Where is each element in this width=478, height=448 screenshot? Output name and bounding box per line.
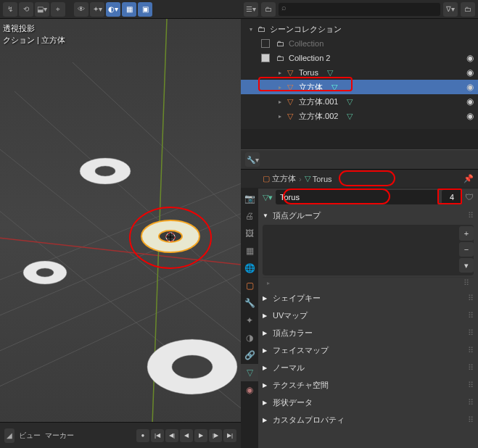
play-rev-icon[interactable]: ◀ xyxy=(180,429,193,442)
play-fwd-icon[interactable]: ▶ xyxy=(194,429,207,442)
tab-physics-icon[interactable]: ◑ xyxy=(241,329,258,347)
meshdata-icon: ▽ xyxy=(324,68,336,78)
fake-user-icon[interactable]: 🛡 xyxy=(465,192,474,202)
mesh-icon: ▽ xyxy=(284,112,296,121)
viewport-header: ↯ ⟲ ⬓▾ ⌖ 👁 ✦▾ ◐▾ ▦ ▣ xyxy=(0,0,241,19)
collection-icon: 🗀 xyxy=(274,39,286,48)
vgroups-list[interactable] xyxy=(263,225,458,275)
collection-icon: 🗀 xyxy=(274,54,286,62)
tree-row-cube001[interactable]: ▸ ▽ 立方体.001 ▽ ◉ xyxy=(241,94,478,109)
meshdata-icon[interactable]: ▽▾ xyxy=(263,193,273,202)
collection-checkbox[interactable] xyxy=(261,39,270,48)
datablock-name-row: ▽▾ 4 🛡 xyxy=(260,188,477,206)
keyframe-next-icon[interactable]: |▶ xyxy=(209,429,222,442)
properties-content: ▽▾ 4 🛡 ▼ 頂点グループ ⠿ xyxy=(258,188,478,448)
tab-output-icon[interactable]: 🖨 xyxy=(241,207,258,225)
tree-row-torus[interactable]: ▸ ▽ Torus ▽ ◉ xyxy=(241,65,478,80)
timeline-corner-icon[interactable]: ◢ xyxy=(4,428,15,443)
panel-shapekeys[interactable]: ▶シェイプキー⠿ xyxy=(263,290,474,306)
keyframe-prev-icon[interactable]: ◀| xyxy=(165,429,178,442)
panel-vcolors[interactable]: ▶頂点カラー⠿ xyxy=(263,325,474,341)
tree-row-collection2[interactable]: 🗀 Collection 2 ◉ xyxy=(241,51,478,65)
view-menu[interactable]: ビュー xyxy=(19,431,41,441)
marker-menu[interactable]: マーカー xyxy=(45,431,74,441)
shading-icon[interactable]: ▣ xyxy=(138,2,152,17)
dropdown-button[interactable]: ▾ xyxy=(459,258,474,273)
panel-menu-icon[interactable]: ⠿ xyxy=(468,211,474,220)
tree-row-scene[interactable]: ▾ 🗀 シーンコレクション xyxy=(241,22,478,36)
panel-uvmaps[interactable]: ▶UVマップ⠿ xyxy=(263,307,474,323)
svg-line-5 xyxy=(15,91,241,338)
mesh-icon: ▽ xyxy=(284,68,296,78)
new-collection-add-icon[interactable]: 🗀 xyxy=(461,2,475,17)
add-button[interactable]: + xyxy=(459,226,474,241)
eye-icon[interactable]: ◉ xyxy=(466,82,474,92)
eye-icon[interactable]: ◉ xyxy=(466,111,474,121)
breadcrumb: ▢ 立方体 › ▽ Torus 📌 xyxy=(241,170,478,188)
mesh-icon: ▽ xyxy=(284,97,296,107)
outliner-search-input[interactable] xyxy=(279,3,440,16)
xray-icon[interactable]: ▦ xyxy=(122,2,136,17)
svg-point-15 xyxy=(172,355,213,378)
tree-row-cube002[interactable]: ▸ ▽ 立方体.002 ▽ ◉ xyxy=(241,109,478,123)
editor-type-icon[interactable]: 🔧▾ xyxy=(245,152,260,167)
users-count[interactable]: 4 xyxy=(442,190,462,204)
filter-icon[interactable]: ∇▾ xyxy=(443,2,458,17)
svg-point-13 xyxy=(36,268,54,277)
panel-geomdata[interactable]: ▶形状データ⠿ xyxy=(263,394,474,410)
meshdata-icon: ▽ xyxy=(344,112,355,121)
breadcrumb-data[interactable]: ▽ Torus xyxy=(305,174,332,183)
tab-scene-icon[interactable]: ▦ xyxy=(241,242,258,260)
panel-header[interactable]: ▼ 頂点グループ ⠿ xyxy=(263,207,474,223)
viewport-3d[interactable]: ↯ ⟲ ⬓▾ ⌖ 👁 ✦▾ ◐▾ ▦ ▣ 透視投影 クション | 立方体 xyxy=(0,0,241,448)
pin-icon[interactable]: 📌 xyxy=(463,174,474,183)
outliner-tree: ▾ 🗀 シーンコレクション 🗀 Collection 🗀 Collection … xyxy=(241,19,478,129)
autokey-icon[interactable]: ● xyxy=(136,429,149,442)
overlay-toggle-icon[interactable]: ◐▾ xyxy=(106,2,120,17)
eye-icon[interactable]: ◉ xyxy=(466,67,474,78)
new-collection-icon[interactable]: 🗀 xyxy=(261,2,276,17)
display-mode-icon[interactable]: ☰▾ xyxy=(244,2,258,17)
placeholder xyxy=(245,172,260,186)
tab-render-icon[interactable]: 📷 xyxy=(241,190,258,207)
mesh-data-icon: ▽ xyxy=(305,174,310,183)
visibility-icon[interactable]: 👁 xyxy=(74,2,88,17)
cursor-tool-icon[interactable]: ↯ xyxy=(3,2,17,17)
tab-viewlayer-icon[interactable]: 🖼 xyxy=(241,225,258,242)
properties-tabs: 📷 🖨 🖼 ▦ 🌐 ▢ 🔧 ✦ ◑ 🔗 ▽ ◉ xyxy=(241,188,258,448)
properties-header: 🔧▾ xyxy=(241,149,478,170)
tab-modifier-icon[interactable]: 🔧 xyxy=(241,294,258,312)
tab-meshdata-icon[interactable]: ▽ xyxy=(241,364,258,381)
gizmo-icon[interactable]: ✦▾ xyxy=(90,2,104,17)
panel-facemaps[interactable]: ▶フェイスマップ⠿ xyxy=(263,342,474,358)
tab-material-icon[interactable]: ◉ xyxy=(241,381,258,399)
collection2-checkbox[interactable] xyxy=(261,54,270,62)
meshdata-icon: ▽ xyxy=(344,97,355,107)
remove-button[interactable]: − xyxy=(459,242,474,257)
panel-customprops[interactable]: ▶カスタムプロパティ⠿ xyxy=(263,412,474,428)
panel-normals[interactable]: ▶ノーマル⠿ xyxy=(263,360,474,376)
mesh-icon: ▽ xyxy=(284,83,296,92)
svg-point-11 xyxy=(95,166,115,176)
tab-world-icon[interactable]: 🌐 xyxy=(241,260,258,277)
tab-constraints-icon[interactable]: 🔗 xyxy=(241,347,258,364)
object-icon: ▢ xyxy=(263,174,270,183)
tree-row-collection[interactable]: 🗀 Collection xyxy=(241,36,478,51)
meshdata-icon: ▽ xyxy=(329,83,340,92)
jump-end-icon[interactable]: ▶| xyxy=(223,429,236,442)
tab-object-icon[interactable]: ▢ xyxy=(241,277,258,294)
pivot-icon[interactable]: ⬓▾ xyxy=(35,2,49,17)
mesh-name-input[interactable] xyxy=(276,190,439,204)
panel-texspace[interactable]: ▶テクスチャ空間⠿ xyxy=(263,377,474,393)
jump-start-icon[interactable]: |◀ xyxy=(151,429,164,442)
breadcrumb-object[interactable]: ▢ 立方体 xyxy=(263,173,296,184)
annotation-oval xyxy=(339,170,395,186)
viewport-canvas[interactable] xyxy=(0,19,241,422)
tree-row-cube[interactable]: ▸ ▽ 立方体 ▽ ◉ xyxy=(241,80,478,94)
snap-icon[interactable]: ⌖ xyxy=(51,2,65,17)
tab-particles-icon[interactable]: ✦ xyxy=(241,312,258,329)
rotate-icon[interactable]: ⟲ xyxy=(19,2,33,17)
eye-icon[interactable]: ◉ xyxy=(466,53,474,63)
scene-icon: 🗀 xyxy=(255,25,267,33)
eye-icon[interactable]: ◉ xyxy=(466,96,474,107)
